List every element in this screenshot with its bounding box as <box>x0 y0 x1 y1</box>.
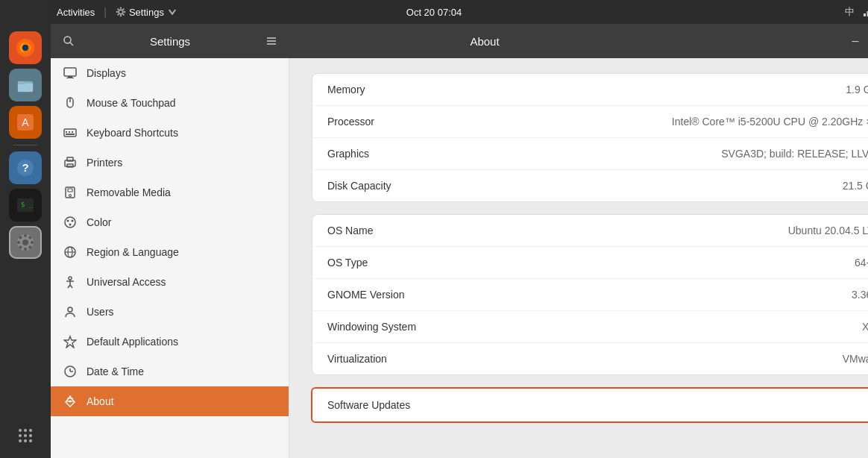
svg-point-31 <box>29 439 32 442</box>
users-label: Users <box>87 306 114 318</box>
svg-rect-64 <box>67 157 73 161</box>
settings-gear-icon <box>116 7 126 17</box>
content-area: Displays Mouse & Touchpad Keyboard Short… <box>51 58 868 458</box>
settings-appname-label: Settings <box>129 7 164 18</box>
svg-point-25 <box>29 429 32 432</box>
sidebar-item-universal-access[interactable]: Universal Access <box>51 267 289 297</box>
svg-point-34 <box>120 15 122 16</box>
svg-point-35 <box>116 11 118 13</box>
dock-files[interactable] <box>9 69 42 101</box>
windowing-system-row: Windowing System X11 <box>312 311 868 343</box>
mouse-touchpad-label: Mouse & Touchpad <box>87 97 176 109</box>
sidebar-item-date-time[interactable]: Date & Time <box>51 357 289 386</box>
disk-capacity-value: 21.5 GB <box>843 180 868 192</box>
network-icon[interactable] <box>862 6 868 18</box>
software-updates-row[interactable]: Software Updates › <box>311 387 868 423</box>
dock-terminal[interactable]: $ _ <box>9 189 42 222</box>
svg-point-40 <box>117 13 119 15</box>
date-time-icon <box>63 364 78 379</box>
users-icon <box>63 304 78 319</box>
svg-point-22 <box>19 246 22 249</box>
software-updates-label: Software Updates <box>327 399 410 411</box>
software-info-card: OS Name Ubuntu 20.04.5 LTS OS Type 64-bi… <box>312 214 868 375</box>
svg-rect-67 <box>68 189 72 192</box>
displays-label: Displays <box>87 67 126 79</box>
app-window: A ? $ _ <box>0 0 868 458</box>
svg-text:A: A <box>22 116 29 128</box>
input-method-icon[interactable]: 中 <box>845 5 855 19</box>
sidebar-item-region-language[interactable]: Region & Language <box>51 237 289 267</box>
memory-value: 1.9 GiB <box>846 84 868 95</box>
default-applications-label: Default Applications <box>87 336 178 348</box>
window-controls: – ✕ <box>846 31 868 51</box>
svg-rect-60 <box>69 131 70 133</box>
dock-settings[interactable] <box>9 226 42 259</box>
svg-rect-61 <box>72 131 73 133</box>
hardware-info-card: Memory 1.9 GiB Processor Intel® Core™ i5… <box>312 73 868 202</box>
dock-apps-grid[interactable] <box>9 419 42 452</box>
settings-sidebar: Displays Mouse & Touchpad Keyboard Short… <box>51 58 289 458</box>
sidebar-item-displays[interactable]: Displays <box>51 58 289 88</box>
svg-point-71 <box>72 220 74 222</box>
region-icon <box>63 245 78 260</box>
sidebar-item-about[interactable]: About <box>51 386 289 416</box>
removable-media-icon <box>63 185 78 200</box>
dock-separator-1 <box>13 145 37 145</box>
os-name-label: OS Name <box>327 225 373 236</box>
svg-point-36 <box>124 11 125 13</box>
virtualization-row: Virtualization VMware <box>312 343 868 374</box>
svg-point-33 <box>120 7 122 9</box>
svg-rect-41 <box>864 13 866 16</box>
svg-point-29 <box>19 439 22 442</box>
universal-access-label: Universal Access <box>87 276 166 288</box>
svg-rect-6 <box>18 81 25 84</box>
sidebar-item-removable-media[interactable]: Removable Media <box>51 178 289 207</box>
printers-label: Printers <box>87 157 122 169</box>
svg-point-47 <box>64 37 71 43</box>
graphics-label: Graphics <box>327 148 369 160</box>
dock-firefox[interactable] <box>9 31 42 64</box>
application-dock: A ? $ _ <box>0 0 51 458</box>
svg-point-38 <box>122 13 124 15</box>
sidebar-item-color[interactable]: Color <box>51 207 289 237</box>
gnome-version-label: GNOME Version <box>327 289 404 301</box>
svg-point-39 <box>122 8 124 10</box>
activities-button[interactable]: Activities <box>57 7 95 18</box>
virtualization-value: VMware <box>843 353 868 365</box>
printers-icon <box>63 155 78 170</box>
svg-point-69 <box>65 217 75 228</box>
default-apps-icon <box>63 334 78 349</box>
sidebar-item-default-applications[interactable]: Default Applications <box>51 327 289 357</box>
svg-rect-59 <box>66 131 67 133</box>
disk-capacity-row: Disk Capacity 21.5 GB <box>312 170 868 201</box>
keyboard-icon <box>63 125 78 140</box>
sidebar-item-mouse-touchpad[interactable]: Mouse & Touchpad <box>51 88 289 118</box>
sidebar-item-keyboard-shortcuts[interactable]: Keyboard Shortcuts <box>51 118 289 148</box>
search-button[interactable] <box>58 31 79 51</box>
gnome-version-row: GNOME Version 3.36.8 <box>312 279 868 311</box>
svg-point-76 <box>69 277 72 280</box>
svg-text:?: ? <box>22 161 28 174</box>
settings-dropdown-icon <box>167 7 177 17</box>
dock-help[interactable]: ? <box>9 151 42 184</box>
sidebar-item-printers[interactable]: Printers <box>51 148 289 178</box>
svg-point-30 <box>24 439 27 442</box>
settings-appname-button[interactable]: Settings <box>116 7 177 18</box>
svg-point-32 <box>119 10 123 14</box>
menu-button[interactable] <box>261 31 282 51</box>
svg-point-23 <box>19 429 22 432</box>
svg-point-24 <box>24 429 27 432</box>
sidebar-item-users[interactable]: Users <box>51 297 289 327</box>
svg-point-37 <box>117 8 119 10</box>
svg-rect-5 <box>18 84 33 92</box>
os-type-value: 64-bit <box>855 257 868 269</box>
svg-rect-65 <box>67 164 73 167</box>
svg-point-14 <box>22 239 28 245</box>
color-label: Color <box>87 216 111 228</box>
minimize-button[interactable]: – <box>846 31 865 51</box>
svg-point-19 <box>19 236 22 239</box>
window-title: About <box>470 35 499 48</box>
universal-access-icon <box>63 275 78 289</box>
svg-point-20 <box>29 246 32 249</box>
dock-appstore[interactable]: A <box>9 106 42 139</box>
